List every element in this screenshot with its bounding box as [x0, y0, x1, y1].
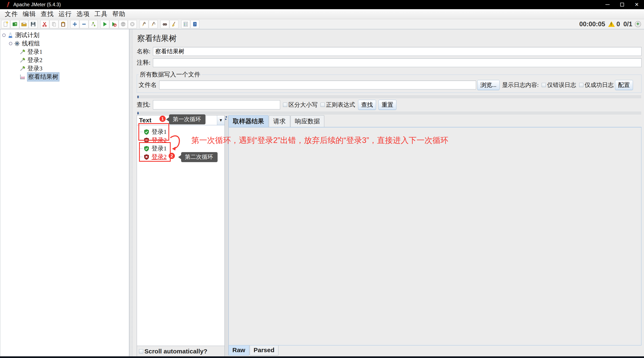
comment-input[interactable] — [153, 58, 642, 67]
badge-2: 2 — [168, 153, 175, 159]
comment-label: 注释: — [137, 58, 150, 67]
search-reset-icon[interactable] — [170, 20, 178, 28]
vertical-splitter[interactable]: ◀▶ — [225, 115, 228, 357]
configure-button[interactable]: 配置 — [615, 80, 633, 90]
badge-1: 1 — [160, 116, 166, 122]
sampler-icon — [20, 57, 26, 63]
find-button[interactable]: 查找 — [358, 100, 376, 110]
tooltip-first-loop: 第一次循环 — [169, 114, 206, 124]
menu-tools[interactable]: 工具 — [92, 10, 110, 18]
svg-text:STOP: STOP — [121, 24, 125, 25]
menu-file[interactable]: 文件 — [2, 10, 20, 18]
success-only-checkbox[interactable] — [579, 83, 583, 87]
scroll-automatically-label: Scroll automatically? — [144, 348, 207, 355]
search-input[interactable] — [153, 100, 280, 110]
loop-explanation-note: 第一次循环，遇到“登录2”出错，放弃后续的“登录3”，直接进入下一次循环 — [191, 135, 448, 146]
save-icon[interactable] — [29, 20, 38, 28]
new-file-icon[interactable] — [1, 20, 10, 28]
menu-help[interactable]: 帮助 — [110, 10, 128, 18]
cut-icon[interactable] — [40, 20, 49, 28]
expand-tree-icon[interactable] — [70, 20, 79, 28]
scroll-automatically-checkbox[interactable] — [139, 349, 143, 354]
write-results-legend: 所有数据写入一个文件 — [138, 70, 202, 79]
filename-input[interactable] — [159, 81, 476, 90]
search-icon[interactable] — [160, 20, 169, 28]
function-helper-icon[interactable] — [181, 20, 190, 28]
expand-handle-icon[interactable] — [9, 42, 12, 45]
start-icon[interactable] — [100, 20, 109, 28]
stop-icon[interactable]: STOP — [119, 20, 128, 28]
menu-search[interactable]: 查找 — [38, 10, 56, 18]
tree-item-thread-group[interactable]: 线程组 — [0, 40, 129, 48]
name-label: 名称: — [137, 47, 150, 56]
minimize-button[interactable] — [600, 0, 615, 9]
sampler-result-panel: 取样器结果 请求 响应数据 Raw Parsed — [228, 115, 642, 357]
filename-label: 文件名 — [138, 81, 157, 89]
tree-item-login3[interactable]: 登录3 — [0, 64, 129, 73]
copy-icon[interactable] — [50, 20, 58, 28]
templates-icon[interactable] — [10, 20, 19, 28]
errors-only-checkbox[interactable] — [542, 83, 546, 87]
name-input[interactable] — [153, 47, 642, 56]
chevron-down-icon[interactable]: ▼ — [217, 116, 224, 125]
clear-all-icon[interactable] — [149, 20, 158, 28]
menu-options[interactable]: 选项 — [74, 10, 92, 18]
case-sensitive-checkbox[interactable] — [283, 103, 287, 107]
thread-count: 0/1 — [623, 20, 632, 28]
svg-text:?: ? — [194, 22, 196, 26]
horizontal-splitter[interactable]: ▲▼ — [137, 95, 642, 98]
maximize-button[interactable] — [615, 0, 630, 9]
shutdown-icon[interactable] — [128, 20, 137, 28]
tree-item-view-results-tree[interactable]: 察看结果树 — [0, 73, 129, 81]
case-sensitive-label: 区分大小写 — [288, 101, 318, 109]
tooltip-second-loop: 第二次循环 — [181, 152, 218, 162]
sampler-icon — [20, 66, 26, 72]
start-no-timers-icon[interactable] — [110, 20, 118, 28]
tree-item-test-plan[interactable]: 测试计划 — [0, 31, 129, 40]
log-display-label: 显示日志内容: — [502, 81, 539, 89]
toggle-icon[interactable] — [89, 20, 98, 28]
tree-item-login1[interactable]: 登录1 — [0, 48, 129, 56]
main-split-divider[interactable] — [129, 30, 134, 357]
toolbar: STOP ? 00:00:05 0 0/1 — [0, 19, 644, 30]
view-results-tree-panel: 察看结果树 名称: 注释: 所有数据写入一个文件 文件名 浏览... 显示日志内… — [134, 30, 644, 357]
warning-count: 0 — [616, 20, 620, 28]
test-plan-icon — [7, 32, 14, 38]
errors-only-label: 仅错误日志 — [547, 81, 576, 89]
warning-icon[interactable] — [608, 21, 615, 27]
search-label: 查找: — [137, 101, 150, 109]
tab-parsed[interactable]: Parsed — [250, 346, 278, 356]
menu-run[interactable]: 运行 — [56, 10, 74, 18]
menu-bar: 文件 编辑 查找 运行 选项 工具 帮助 — [0, 9, 644, 19]
reset-button[interactable]: 重置 — [378, 100, 396, 110]
menu-edit[interactable]: 编辑 — [20, 10, 38, 18]
expand-handle-icon[interactable] — [2, 34, 6, 37]
loop-arrow-icon — [170, 134, 182, 153]
close-button[interactable]: ✕ — [630, 0, 644, 9]
loop2-annotation-box — [139, 142, 171, 162]
loop1-annotation-box — [138, 123, 169, 141]
clear-icon[interactable] — [140, 20, 148, 28]
collapse-tree-icon[interactable] — [80, 20, 88, 28]
open-folder-icon[interactable] — [20, 20, 28, 28]
success-only-label: 仅成功日志 — [584, 81, 614, 89]
window-title: Apache JMeter (5.4.3) — [13, 2, 61, 8]
help-icon[interactable]: ? — [190, 20, 199, 28]
tab-raw[interactable]: Raw — [228, 346, 249, 356]
remote-status-icon — [635, 21, 641, 27]
browse-button[interactable]: 浏览... — [477, 80, 500, 90]
sampler-result-content — [228, 127, 642, 346]
regex-checkbox[interactable] — [320, 103, 325, 107]
window-bottom-border — [0, 356, 644, 358]
tab-sampler-result[interactable]: 取样器结果 — [228, 115, 268, 127]
paste-icon[interactable] — [59, 20, 68, 28]
thread-group-icon — [14, 40, 20, 47]
horizontal-splitter[interactable]: ▲▼ — [137, 112, 642, 115]
tree-item-login2[interactable]: 登录2 — [0, 56, 129, 64]
test-plan-tree: 测试计划 线程组 登录1 登录2 登录3 察看结果树 — [0, 30, 129, 357]
jmeter-logo-icon — [6, 2, 10, 8]
tab-response-data[interactable]: 响应数据 — [290, 115, 324, 127]
view-results-tree-icon — [20, 74, 26, 80]
regex-label: 正则表达式 — [326, 101, 355, 109]
tab-request[interactable]: 请求 — [269, 115, 290, 127]
